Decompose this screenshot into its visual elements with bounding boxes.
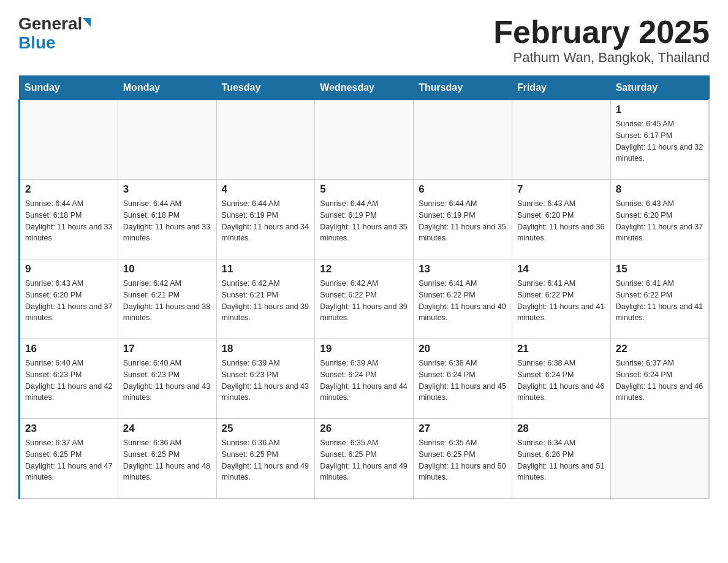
col-monday: Monday [118, 76, 216, 100]
day-info: Sunrise: 6:35 AMSunset: 6:25 PMDaylight:… [320, 437, 408, 483]
calendar-cell: 19Sunrise: 6:39 AMSunset: 6:24 PMDayligh… [315, 339, 414, 419]
day-info: Sunrise: 6:45 AMSunset: 6:17 PMDaylight:… [616, 118, 703, 164]
day-info: Sunrise: 6:44 AMSunset: 6:19 PMDaylight:… [222, 198, 310, 244]
daylight: Daylight: 11 hours and 34 minutes. [222, 223, 309, 243]
day-number: 8 [616, 183, 703, 196]
daylight: Daylight: 11 hours and 44 minutes. [320, 382, 407, 402]
calendar-title: February 2025 [493, 15, 710, 50]
sunrise: Sunrise: 6:34 AM [517, 439, 575, 447]
day-info: Sunrise: 6:44 AMSunset: 6:18 PMDaylight:… [25, 198, 113, 244]
calendar-cell: 18Sunrise: 6:39 AMSunset: 6:23 PMDayligh… [216, 339, 315, 419]
day-info: Sunrise: 6:43 AMSunset: 6:20 PMDaylight:… [616, 198, 703, 244]
sunset: Sunset: 6:24 PM [320, 370, 376, 379]
sunset: Sunset: 6:19 PM [222, 211, 278, 220]
calendar-cell: 15Sunrise: 6:41 AMSunset: 6:22 PMDayligh… [610, 259, 709, 339]
sunrise: Sunrise: 6:36 AM [222, 439, 280, 447]
day-info: Sunrise: 6:42 AMSunset: 6:22 PMDaylight:… [320, 278, 408, 324]
col-friday: Friday [512, 76, 610, 100]
day-number: 15 [616, 263, 703, 275]
page-header: General Blue February 2025 Pathum Wan, B… [18, 15, 710, 66]
day-number: 1 [616, 104, 703, 116]
day-number: 21 [517, 343, 605, 355]
daylight: Daylight: 11 hours and 32 minutes. [616, 143, 703, 163]
day-info: Sunrise: 6:39 AMSunset: 6:24 PMDaylight:… [320, 358, 408, 404]
daylight: Daylight: 11 hours and 49 minutes. [222, 462, 309, 482]
daylight: Daylight: 11 hours and 41 minutes. [616, 302, 703, 323]
logo-general: General [18, 14, 82, 33]
calendar-cell: 8Sunrise: 6:43 AMSunset: 6:20 PMDaylight… [610, 180, 709, 259]
day-info: Sunrise: 6:44 AMSunset: 6:19 PMDaylight:… [419, 198, 507, 244]
day-info: Sunrise: 6:39 AMSunset: 6:23 PMDaylight:… [222, 358, 310, 404]
calendar-cell: 23Sunrise: 6:37 AMSunset: 6:25 PMDayligh… [20, 419, 118, 499]
sunset: Sunset: 6:25 PM [419, 450, 475, 459]
sunrise: Sunrise: 6:44 AM [123, 199, 181, 208]
day-info: Sunrise: 6:41 AMSunset: 6:22 PMDaylight:… [419, 278, 507, 324]
calendar-cell: 3Sunrise: 6:44 AMSunset: 6:18 PMDaylight… [118, 180, 216, 259]
sunset: Sunset: 6:24 PM [517, 370, 574, 379]
sunset: Sunset: 6:24 PM [419, 370, 475, 379]
sunrise: Sunrise: 6:37 AM [25, 439, 83, 447]
sunset: Sunset: 6:25 PM [25, 450, 82, 459]
sunrise: Sunrise: 6:45 AM [616, 120, 674, 128]
calendar-cell: 11Sunrise: 6:42 AMSunset: 6:21 PMDayligh… [216, 259, 315, 339]
day-number: 13 [419, 263, 507, 275]
sunset: Sunset: 6:25 PM [320, 450, 376, 459]
day-number: 3 [123, 183, 211, 196]
sunrise: Sunrise: 6:41 AM [517, 279, 575, 288]
day-info: Sunrise: 6:38 AMSunset: 6:24 PMDaylight:… [419, 358, 507, 404]
calendar-cell: 6Sunrise: 6:44 AMSunset: 6:19 PMDaylight… [414, 180, 512, 259]
sunrise: Sunrise: 6:44 AM [25, 199, 83, 208]
day-info: Sunrise: 6:36 AMSunset: 6:25 PMDaylight:… [222, 437, 310, 483]
daylight: Daylight: 11 hours and 51 minutes. [517, 462, 604, 482]
calendar-cell: 26Sunrise: 6:35 AMSunset: 6:25 PMDayligh… [315, 419, 414, 499]
calendar-cell: 10Sunrise: 6:42 AMSunset: 6:21 PMDayligh… [118, 259, 216, 339]
sunset: Sunset: 6:22 PM [517, 291, 574, 299]
calendar-week-row: 9Sunrise: 6:43 AMSunset: 6:20 PMDaylight… [20, 259, 710, 339]
day-info: Sunrise: 6:34 AMSunset: 6:26 PMDaylight:… [517, 437, 605, 483]
sunrise: Sunrise: 6:39 AM [222, 359, 280, 367]
sunrise: Sunrise: 6:39 AM [320, 359, 378, 367]
sunrise: Sunrise: 6:41 AM [616, 279, 674, 288]
daylight: Daylight: 11 hours and 37 minutes. [616, 223, 703, 243]
calendar-title-block: February 2025 Pathum Wan, Bangkok, Thail… [493, 15, 710, 66]
logo-triangle-icon [83, 18, 91, 27]
sunrise: Sunrise: 6:42 AM [320, 279, 378, 288]
sunrise: Sunrise: 6:44 AM [222, 199, 280, 208]
sunrise: Sunrise: 6:44 AM [419, 199, 477, 208]
sunset: Sunset: 6:25 PM [123, 450, 180, 459]
sunset: Sunset: 6:21 PM [123, 291, 180, 299]
daylight: Daylight: 11 hours and 37 minutes. [25, 302, 112, 323]
day-number: 20 [419, 343, 507, 355]
calendar-week-row: 1Sunrise: 6:45 AMSunset: 6:17 PMDaylight… [20, 100, 710, 180]
sunset: Sunset: 6:23 PM [123, 370, 180, 379]
sunrise: Sunrise: 6:35 AM [419, 439, 477, 447]
daylight: Daylight: 11 hours and 47 minutes. [25, 462, 112, 482]
daylight: Daylight: 11 hours and 43 minutes. [123, 382, 210, 402]
sunset: Sunset: 6:25 PM [222, 450, 278, 459]
sunset: Sunset: 6:17 PM [616, 131, 672, 140]
sunrise: Sunrise: 6:36 AM [123, 439, 181, 447]
calendar-cell: 20Sunrise: 6:38 AMSunset: 6:24 PMDayligh… [414, 339, 512, 419]
calendar-cell: 4Sunrise: 6:44 AMSunset: 6:19 PMDaylight… [216, 180, 315, 259]
day-number: 6 [419, 183, 507, 196]
day-info: Sunrise: 6:36 AMSunset: 6:25 PMDaylight:… [123, 437, 211, 483]
calendar-header-row: Sunday Monday Tuesday Wednesday Thursday… [20, 76, 710, 100]
sunset: Sunset: 6:23 PM [222, 370, 278, 379]
daylight: Daylight: 11 hours and 42 minutes. [25, 382, 112, 402]
day-info: Sunrise: 6:35 AMSunset: 6:25 PMDaylight:… [419, 437, 507, 483]
sunset: Sunset: 6:18 PM [123, 211, 180, 220]
col-sunday: Sunday [20, 76, 118, 100]
day-info: Sunrise: 6:42 AMSunset: 6:21 PMDaylight:… [222, 278, 310, 324]
calendar-table: Sunday Monday Tuesday Wednesday Thursday… [18, 75, 710, 499]
day-number: 22 [616, 343, 703, 355]
sunset: Sunset: 6:19 PM [419, 211, 475, 220]
calendar-cell: 12Sunrise: 6:42 AMSunset: 6:22 PMDayligh… [315, 259, 414, 339]
sunrise: Sunrise: 6:44 AM [320, 199, 378, 208]
calendar-cell: 27Sunrise: 6:35 AMSunset: 6:25 PMDayligh… [414, 419, 512, 499]
day-info: Sunrise: 6:38 AMSunset: 6:24 PMDaylight:… [517, 358, 605, 404]
calendar-week-row: 2Sunrise: 6:44 AMSunset: 6:18 PMDaylight… [20, 180, 710, 259]
sunset: Sunset: 6:26 PM [517, 450, 574, 459]
day-number: 28 [517, 423, 605, 435]
day-number: 16 [25, 343, 113, 355]
day-info: Sunrise: 6:44 AMSunset: 6:19 PMDaylight:… [320, 198, 408, 244]
